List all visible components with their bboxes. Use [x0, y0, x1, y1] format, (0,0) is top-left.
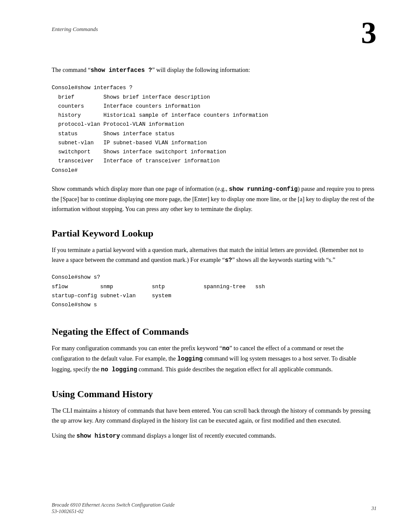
section1-text-2: ” shows all the keywords starting with “… [232, 257, 336, 263]
code-line-8: switchport Shows interface switchport in… [52, 148, 377, 157]
code-block-1: Console#show interfaces ? brief Shows br… [52, 81, 377, 178]
footer-right: 31 [371, 505, 377, 512]
section3-para2: Using the show history command displays … [52, 431, 377, 441]
page-footer: Brocade 6910 Ethernet Access Switch Conf… [0, 502, 411, 515]
show-commands-paragraph: Show commands which display more than on… [52, 184, 377, 214]
code2-line-3: startup-config subnet-vlan system [52, 292, 377, 301]
code-line-4: history Historical sample of interface c… [52, 111, 377, 120]
show-running-config: show running-config [229, 186, 298, 193]
section2-bold-no: no [222, 345, 230, 352]
code2-line-1: Console#show s? [52, 273, 377, 282]
section3-bold-history: show history [77, 432, 120, 439]
code-line-6: status Shows interface status [52, 130, 377, 139]
section2-para: For many configuration commands you can … [52, 343, 377, 374]
intro-text-before: The command “ [52, 67, 90, 73]
footer-left: Brocade 6910 Ethernet Access Switch Conf… [52, 502, 174, 515]
section3-text-1: Using the [52, 432, 77, 439]
intro-command: show interfaces ? [90, 67, 152, 74]
section-heading-2: Negating the Effect of Commands [52, 326, 377, 337]
section-heading-3: Using Command History [52, 389, 377, 400]
code-line-3: counters Interface counters information [52, 102, 377, 111]
code2-line-4: Console#show s [52, 301, 377, 310]
code-line-7: subnet-vlan IP subnet-based VLAN informa… [52, 139, 377, 148]
chapter-number: 3 [361, 17, 377, 48]
intro-text-after: ” will display the following information… [152, 67, 250, 73]
code-line-5: protocol-vlan Protocol-VLAN information [52, 120, 377, 129]
section2-text-1: For many configuration commands you can … [52, 345, 222, 352]
code-block-2: Console#show s? sflow snmp sntp spanning… [52, 271, 377, 312]
show-cmd-text-1: Show commands which display more than on… [52, 186, 229, 192]
section2-text-4: command. This guide describes the negati… [137, 366, 333, 373]
section3-para1: The CLI maintains a history of commands … [52, 406, 377, 426]
section3-text-2: command displays a longer list of recent… [120, 432, 276, 439]
code-line-1: Console#show interfaces ? [52, 84, 377, 93]
section-heading-1: Partial Keyword Lookup [52, 228, 377, 239]
code2-line-2: sflow snmp sntp spanning-tree ssh [52, 283, 377, 292]
intro-paragraph: The command “show interfaces ?” will dis… [52, 65, 377, 75]
page: Entering Commands 3 The command “show in… [0, 0, 411, 532]
code-line-10: Console# [52, 166, 377, 175]
code-line-9: transceiver Interface of transceiver inf… [52, 157, 377, 166]
section1-bold: s? [225, 257, 232, 264]
section2-bold-logging: logging [177, 355, 203, 362]
section-title: Entering Commands [52, 26, 98, 33]
code-line-2: brief Shows brief interface description [52, 93, 377, 102]
page-header: Entering Commands 3 [52, 26, 377, 48]
section1-para: If you terminate a partial keyword with … [52, 245, 377, 265]
section2-bold-no-logging: no logging [101, 366, 137, 373]
